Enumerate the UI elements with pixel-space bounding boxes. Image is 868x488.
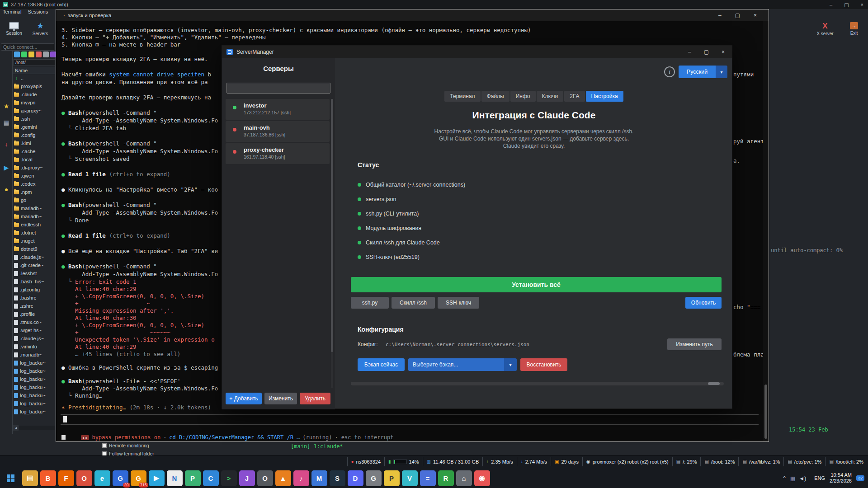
taskbar-app-paint[interactable]: P [185, 470, 201, 486]
sftp-toolbar-icon[interactable] [43, 52, 49, 57]
taskbar-app-notepad[interactable]: N [167, 470, 183, 486]
menu-item-sessions[interactable]: Sessions [28, 9, 48, 16]
minimize-icon[interactable]: – [718, 12, 722, 19]
tree-item[interactable]: dotnet9 [13, 245, 55, 253]
taskbar-app-steam[interactable]: S [330, 470, 345, 486]
backup-select[interactable]: Выберите бэкап... ▾ [408, 358, 517, 371]
minimize-icon[interactable]: – [830, 2, 832, 7]
scrollbar-thumb[interactable] [331, 99, 333, 352]
taskbar-app-telegram[interactable]: ▶ [149, 470, 165, 486]
tree-item[interactable]: mariadb~ [13, 212, 55, 221]
tree-item[interactable]: .zshrc [13, 302, 55, 310]
tree-item[interactable]: log_backu~ [13, 399, 55, 408]
tree-item[interactable]: .claude.js~ [13, 334, 55, 343]
tree-item[interactable]: .gitconfig [13, 286, 55, 294]
session-button[interactable]: Session [2, 17, 26, 41]
tree-item[interactable]: .claude [13, 90, 55, 99]
tab-инфо[interactable]: Инфо [510, 91, 536, 102]
tree-item[interactable]: go [13, 196, 55, 204]
tree-item[interactable]: .dotnet [13, 229, 55, 237]
tree-item[interactable]: .ssh [13, 115, 55, 123]
tree-item[interactable]: myvpn [13, 99, 55, 107]
tree-item[interactable]: log_backu~ [13, 383, 55, 391]
tree-item[interactable]: .gemini [13, 123, 55, 131]
tree-item[interactable]: log_backu~ [13, 367, 55, 375]
taskbar-app-calculator[interactable]: = [420, 470, 436, 486]
taskbar-app-brave[interactable]: B [40, 470, 56, 486]
taskbar-app-mail[interactable]: M [311, 470, 327, 486]
send-icon[interactable]: ▶ [2, 164, 10, 172]
info-icon[interactable]: i [664, 66, 675, 77]
sidebar-scrollbar[interactable] [331, 99, 333, 388]
tree-item[interactable]: .git-crede~ [13, 261, 55, 269]
tree-item[interactable]: .claude.js~ [13, 253, 55, 261]
sessions-grid-icon[interactable]: ▦ [2, 118, 10, 127]
taskbar-app-putty[interactable]: P [384, 470, 400, 486]
server-list-item[interactable]: main-ovh37.187.136.86 [ssh] [226, 121, 330, 142]
change-path-button[interactable]: Изменить путь [667, 338, 722, 350]
tree-item[interactable]: .cache [13, 147, 55, 155]
tree-item[interactable]: .npm [13, 188, 55, 196]
scroll-left-icon[interactable]: ◄ [13, 425, 19, 431]
taskbar-app-obs[interactable]: O [257, 470, 273, 486]
close-icon[interactable]: × [722, 49, 725, 55]
taskbar-app-chrome-profile-2[interactable]: G715 [131, 470, 146, 486]
terminal-scrollbar[interactable] [763, 21, 769, 441]
taskbar-app-gimp[interactable]: G [366, 470, 382, 486]
scrollbar-thumb[interactable] [708, 382, 720, 385]
taskbar-app-vlc[interactable]: ▲ [275, 470, 291, 486]
taskbar-app-opera[interactable]: O [76, 470, 92, 486]
volume-icon[interactable]: ◄) [799, 475, 806, 482]
tool-button-1[interactable]: ssh.py [351, 297, 389, 309]
tab-ключи[interactable]: Ключи [537, 91, 564, 102]
tree-item[interactable]: .tmux.co~ [13, 318, 55, 326]
server-list-item[interactable]: proxy-checker161.97.118.40 [ssh] [226, 143, 330, 164]
tool-button-3[interactable]: SSH-ключ [438, 297, 479, 309]
sftp-toolbar-icon[interactable] [36, 52, 42, 57]
taskbar-app-intellij[interactable]: J [239, 470, 255, 486]
tree-item[interactable]: .bash_his~ [13, 277, 55, 286]
download-icon[interactable]: ↓ [2, 140, 10, 148]
tab-терминал[interactable]: Терминал [444, 91, 480, 102]
taskbar-app-music[interactable]: ♪ [293, 470, 309, 486]
tree-item[interactable]: ↑.. [13, 74, 55, 82]
server-list-item[interactable]: investor173.212.212.157 [ssh] [226, 99, 330, 120]
clock[interactable]: 10:54 AM 2/23/2026 [830, 472, 852, 484]
close-icon[interactable]: × [754, 12, 757, 19]
tree-item[interactable]: .mariadb~ [13, 351, 55, 359]
taskbar-app-chrome-profile-1[interactable]: G20 [113, 470, 128, 486]
sftp-toolbar-icon[interactable] [28, 52, 34, 57]
tree-item[interactable]: .wget-hs~ [13, 326, 55, 334]
exit-button[interactable]: → Exit [842, 17, 866, 41]
taskbar-app-edge[interactable]: e [94, 470, 110, 486]
sftp-toolbar-icon[interactable] [14, 52, 20, 57]
tree-item[interactable]: .di-proxy~ [13, 164, 55, 172]
install-all-button[interactable]: Установить всё [351, 277, 722, 292]
taskbar-app-vm[interactable]: V [402, 470, 418, 486]
taskbar-app-terminal[interactable]: > [221, 470, 237, 486]
favorites-icon[interactable]: ★ [2, 102, 10, 110]
terminal-tab-title[interactable]: запуск и проверка [68, 13, 112, 18]
tree-item[interactable]: log_backu~ [13, 408, 55, 416]
tree-item[interactable]: log_backu~ [13, 391, 55, 399]
content-horizontal-scrollbar[interactable] [351, 382, 724, 385]
tree-item[interactable]: mariadb~ [13, 204, 55, 212]
taskbar-app-file-explorer[interactable]: ▤ [22, 470, 38, 486]
tree-item[interactable]: .kimi [13, 139, 55, 147]
backup-now-button[interactable]: Бэкап сейчас [358, 358, 405, 371]
network-icon[interactable]: ▦ [790, 475, 795, 482]
start-button[interactable] [0, 468, 21, 488]
menu-item-terminal[interactable]: Terminal [3, 9, 22, 16]
language-selector[interactable]: Русский ▾ [679, 66, 727, 78]
tree-item[interactable]: endlessh [13, 221, 55, 229]
sftp-toolbar-icon[interactable] [21, 52, 27, 57]
restore-button[interactable]: Восстановить [520, 358, 567, 371]
tree-item[interactable]: proxyapis [13, 82, 55, 90]
taskbar-app-ssh-client[interactable]: ⌂ [456, 470, 472, 486]
minimize-icon[interactable]: – [688, 49, 691, 55]
tab-2fa[interactable]: 2FA [564, 91, 585, 102]
refresh-button[interactable]: Обновить [685, 297, 722, 309]
tree-item[interactable]: .viminfo [13, 343, 55, 351]
option-remote-monitoring[interactable]: Remote monitoring [102, 443, 149, 448]
tree-item[interactable]: .codex [13, 180, 55, 188]
